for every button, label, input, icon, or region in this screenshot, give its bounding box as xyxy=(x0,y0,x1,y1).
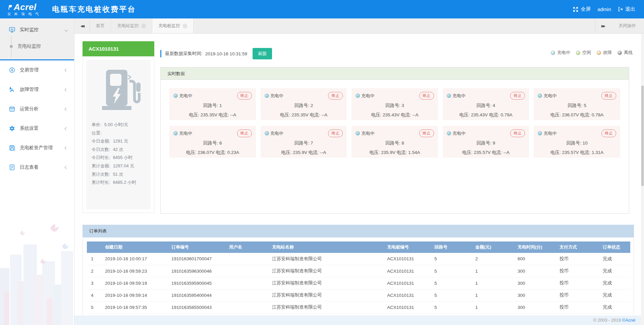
terminate-button[interactable]: 终止 xyxy=(419,129,434,137)
order-row[interactable]: 52019-10-16 09:57:351910163585500043江苏安科… xyxy=(87,301,630,313)
close-operations-button[interactable]: 关闭操作 xyxy=(610,18,644,33)
fullscreen-label: 全屏 xyxy=(581,6,591,12)
tab-close-icon[interactable] xyxy=(183,24,187,28)
orders-panel-title: 订单列表 xyxy=(83,225,634,237)
decorative-city-watermark xyxy=(0,214,74,325)
terminate-button[interactable]: 终止 xyxy=(510,92,525,100)
station-stat-row: 今日时长:6455 小时 xyxy=(92,154,151,162)
chevron-left-icon xyxy=(65,107,68,111)
sidebar-item-realtime-monitor[interactable]: 实时监控 xyxy=(0,22,74,38)
sidebar-item-settings[interactable]: 系统设置 xyxy=(0,119,74,138)
tab-pile-monitor[interactable]: 充电桩监控 xyxy=(152,18,194,33)
circuit-number: 回路号: 10 xyxy=(538,140,616,146)
station-stat-row: 累计时长:6485.2 小时 xyxy=(92,178,151,187)
tab-label: 首页 xyxy=(96,23,105,29)
stat-label: 累计金额: xyxy=(92,163,110,168)
legend-label: 空闲 xyxy=(582,50,591,56)
order-cell: 完成 xyxy=(599,277,630,289)
logout-icon xyxy=(618,7,623,12)
orders-column-header: 充电桩编号 xyxy=(383,241,430,253)
order-cell: ACX1010131 xyxy=(383,301,430,313)
save-disk-icon xyxy=(9,145,15,151)
sidebar-subitem-station-monitor[interactable]: 充电站监控 xyxy=(0,38,74,55)
user-menu[interactable]: admin xyxy=(597,6,611,12)
order-cell: 1910163585500043 xyxy=(167,301,225,313)
stat-value: 5.00 小时/元 xyxy=(104,122,128,127)
sidebar-item-analysis[interactable]: 运营分析 xyxy=(0,99,74,119)
terminate-button[interactable]: 终止 xyxy=(328,129,343,137)
legend-label: 充电中 xyxy=(557,50,570,56)
order-row[interactable]: 12019-10-16 10:00:171910163601700047江苏安科… xyxy=(87,253,630,265)
circuit-status-label: 充电中 xyxy=(270,130,283,137)
voltage-current: 电压: 236.07V 电流: 0.23A xyxy=(173,150,252,156)
sidebar: 实时监控 充电站监控 交易管理 故障管理 xyxy=(0,18,74,325)
order-cell: 江苏安科瑞制造有限公司 xyxy=(268,277,383,289)
order-cell: 江苏安科瑞制造有限公司 xyxy=(268,289,383,301)
orders-column-header: 用户名 xyxy=(225,241,268,253)
acrel-logo: Acrel 安 科 瑞 电 气 xyxy=(7,3,40,16)
order-row[interactable]: 42019-10-16 09:59:141910163595400044江苏安科… xyxy=(87,289,630,301)
orders-column-header: 金额(元) xyxy=(471,241,514,253)
sidebar-item-assets[interactable]: 充电桩资产管理 xyxy=(0,138,74,158)
footer-brand-link[interactable]: ©Acrel xyxy=(622,318,635,323)
order-cell: 2019-10-16 09:59:23 xyxy=(101,265,167,277)
terminate-button[interactable]: 终止 xyxy=(510,129,525,137)
tab-station-monitor[interactable]: 充电站监控 xyxy=(111,18,152,33)
tabs-scroll-left-button[interactable]: ◀◀ xyxy=(74,18,90,33)
terminate-button[interactable]: 终止 xyxy=(601,129,616,137)
tab-home[interactable]: 首页 xyxy=(90,18,111,33)
order-cell: 300 xyxy=(514,265,555,277)
status-legend: 充电中 空闲 故障 离线 xyxy=(551,50,633,56)
vertical-scrollbar[interactable] xyxy=(641,34,644,325)
order-cell: 2 xyxy=(471,253,514,265)
terminate-button[interactable]: 终止 xyxy=(237,92,252,100)
order-cell: 300 xyxy=(514,277,555,289)
order-row[interactable]: 32019-10-16 09:59:191910163595900045江苏安科… xyxy=(87,277,630,289)
order-cell: 2019-10-16 09:59:19 xyxy=(101,277,167,289)
stat-label: 累计次数: xyxy=(92,172,110,177)
order-cell: 完成 xyxy=(599,301,630,313)
terminate-button[interactable]: 终止 xyxy=(237,129,252,137)
station-stat-row: 位置: xyxy=(92,129,151,138)
sidebar-item-transaction[interactable]: 交易管理 xyxy=(0,60,74,80)
circuit-number: 回路号: 4 xyxy=(447,103,525,109)
chevron-left-icon xyxy=(65,146,68,150)
legend-item: 充电中 xyxy=(551,50,570,56)
circuit-number: 回路号: 6 xyxy=(173,140,252,146)
circuit-cards-grid: 充电中 终止 回路号: 1 电压: 235.35V 电流: --A 充电中 终止… xyxy=(161,80,629,166)
fullscreen-button[interactable]: 全屏 xyxy=(573,6,591,12)
order-cell: 投币 xyxy=(555,265,599,277)
circuit-card: 充电中 终止 回路号: 6 电压: 236.07V 电流: 0.23A xyxy=(169,126,256,158)
terminate-button[interactable]: 终止 xyxy=(328,92,343,100)
order-cell: 江苏安科瑞制造有限公司 xyxy=(268,265,383,277)
terminate-button[interactable]: 终止 xyxy=(419,92,434,100)
orders-column-header: 订单编号 xyxy=(167,241,225,253)
order-row[interactable]: 22019-10-16 09:59:231910163596300046江苏安科… xyxy=(87,265,630,277)
circuit-number: 回路号: 9 xyxy=(447,140,525,146)
terminate-button[interactable]: 终止 xyxy=(601,92,616,100)
circuit-card: 充电中 终止 回路号: 9 电压: 235.57V 电流: --A xyxy=(443,126,529,158)
sidebar-subitem-label: 充电站监控 xyxy=(17,43,41,49)
order-cell: 完成 xyxy=(599,265,630,277)
tab-bar: ◀◀ 首页 充电站监控 充电桩监控 ▶▶ 关闭操作 xyxy=(74,18,644,34)
scrollbar-thumb[interactable] xyxy=(641,86,644,186)
tabs-scroll-right-button[interactable]: ▶▶ xyxy=(595,18,610,33)
charging-status-dot-icon xyxy=(447,94,451,98)
stat-value: 1291 元 xyxy=(113,139,128,144)
stat-label: 位置: xyxy=(92,130,102,136)
order-cell: 5 xyxy=(430,277,471,289)
order-cell: 5 xyxy=(430,265,471,277)
refresh-button[interactable]: 刷新 xyxy=(253,48,272,59)
circuit-number: 回路号: 3 xyxy=(356,103,434,109)
sidebar-item-logs[interactable]: 日志查看 xyxy=(0,158,74,177)
order-cell xyxy=(225,301,268,313)
tab-close-icon[interactable] xyxy=(142,24,146,28)
logout-label: 退出 xyxy=(625,6,635,12)
stat-label: 累计时长: xyxy=(92,180,110,185)
charging-status-dot-icon xyxy=(265,131,269,136)
monitor-icon xyxy=(9,26,15,33)
voltage-current: 电压: 235.35V 电流: --A xyxy=(173,112,252,118)
stat-label: 单价: xyxy=(92,122,102,127)
sidebar-item-fault[interactable]: 故障管理 xyxy=(0,80,74,99)
logout-button[interactable]: 退出 xyxy=(618,6,635,12)
